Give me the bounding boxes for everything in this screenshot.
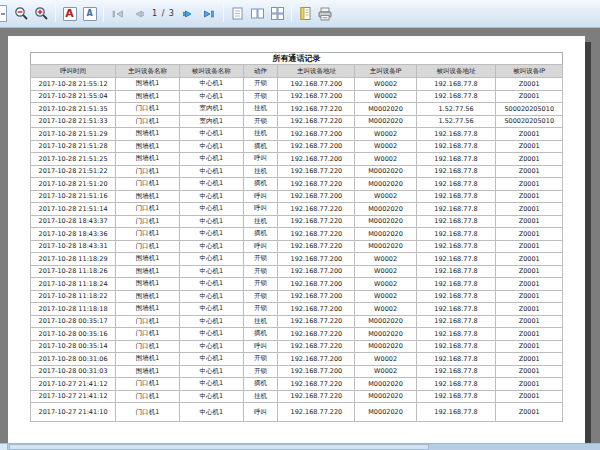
single-page-view-button[interactable] — [228, 4, 247, 23]
table-cell: 2017-10-28 21:51:35 — [31, 103, 116, 116]
table-cell: 192.168.77.200 — [278, 265, 355, 278]
report-title: 所有通话记录 — [30, 52, 563, 64]
table-row: 2017-10-28 21:51:35门口机1室内机1挂机192.168.77.… — [31, 103, 563, 116]
table-cell: 摘机 — [243, 178, 278, 191]
font-larger-button[interactable]: A — [60, 4, 79, 23]
table-cell: 1.52.77.56 — [416, 103, 496, 116]
zoom-in-icon — [34, 6, 49, 21]
zoom-in-button[interactable] — [32, 4, 51, 23]
table-cell: Z0001 — [496, 290, 563, 303]
print-button[interactable] — [316, 4, 335, 23]
report-page: 所有通话记录 呼叫时间主叫设备名称被叫设备名称动作主叫设备地址主叫设备IP被叫设… — [8, 36, 585, 443]
table-cell: 呼叫 — [243, 153, 278, 166]
scrollbar-thumb[interactable] — [9, 444, 429, 450]
table-cell: 开锁 — [243, 290, 278, 303]
table-cell: 中心机1 — [179, 340, 243, 353]
table-cell: 192.168.77.8 — [416, 228, 496, 241]
table-cell: M0002020 — [355, 178, 416, 191]
table-cell: 门口机1 — [116, 378, 180, 391]
table-cell: 192.168.77.8 — [416, 128, 496, 141]
table-cell: 2017-10-28 21:51:22 — [31, 165, 116, 178]
table-cell: 2017-10-28 00:35:16 — [31, 328, 116, 341]
table-cell: W0002 — [355, 153, 416, 166]
first-page-button[interactable] — [108, 4, 127, 23]
table-cell: 2017-10-28 21:51:25 — [31, 153, 116, 166]
scrollbar-left-button[interactable] — [0, 444, 8, 450]
table-cell: 192.168.77.200 — [278, 365, 355, 378]
table-cell: 192.168.77.220 — [278, 178, 355, 191]
table-cell: 192.168.77.200 — [278, 290, 355, 303]
table-row: 2017-10-28 11:18:18围墙机1中心机1开锁192.168.77.… — [31, 303, 563, 316]
table-cell: W0002 — [355, 365, 416, 378]
table-cell: 围墙机1 — [116, 265, 180, 278]
table-cell: 2017-10-28 00:35:17 — [31, 315, 116, 328]
table-cell: 围墙机1 — [116, 90, 180, 103]
two-page-view-icon — [250, 6, 265, 21]
table-cell: 摘机 — [243, 378, 278, 391]
font-smaller-button[interactable]: A — [80, 4, 99, 23]
table-cell: 中心机1 — [179, 303, 243, 316]
table-row: 2017-10-28 21:51:16围墙机1中心机1呼叫192.168.77.… — [31, 190, 563, 203]
table-cell: 192.168.77.200 — [278, 353, 355, 366]
table-cell: 192.168.77.8 — [416, 340, 496, 353]
table-cell: W0002 — [355, 265, 416, 278]
table-row: 2017-10-28 21:51:25围墙机1中心机1呼叫192.168.77.… — [31, 153, 563, 166]
table-cell: M0002020 — [355, 403, 416, 422]
table-row: 2017-10-28 11:18:22围墙机1中心机1开锁192.168.77.… — [31, 290, 563, 303]
page-setup-button[interactable] — [296, 4, 315, 23]
next-page-icon — [181, 6, 197, 22]
table-row: 2017-10-27 21:41:10门口机1中心机1呼叫192.168.77.… — [31, 403, 563, 422]
table-cell: 围墙机1 — [116, 353, 180, 366]
table-cell: 中心机1 — [179, 153, 243, 166]
table-cell: 摘机 — [243, 228, 278, 241]
table-cell: W0002 — [355, 303, 416, 316]
zoom-combo-partial[interactable] — [0, 5, 7, 22]
table-cell: 门口机1 — [116, 403, 180, 422]
table-cell: Z0001 — [496, 228, 563, 241]
zoom-out-icon — [14, 6, 29, 21]
table-cell: Z0001 — [496, 353, 563, 366]
last-page-button[interactable] — [200, 4, 219, 23]
column-header: 主叫设备地址 — [278, 65, 355, 78]
multi-page-view-button[interactable] — [268, 4, 287, 23]
two-page-view-button[interactable] — [248, 4, 267, 23]
table-cell: 192.168.77.8 — [416, 353, 496, 366]
font-larger-icon: A — [63, 7, 77, 21]
table-cell: 2017-10-28 11:18:26 — [31, 265, 116, 278]
table-cell: Z0001 — [496, 265, 563, 278]
table-cell: 门口机1 — [116, 115, 180, 128]
prev-page-button[interactable] — [128, 4, 147, 23]
table-cell: 呼叫 — [243, 190, 278, 203]
table-cell: 192.168.77.8 — [416, 153, 496, 166]
table-cell: 2017-10-28 00:31:06 — [31, 353, 116, 366]
page-setup-icon — [298, 6, 313, 21]
multi-page-view-icon — [270, 6, 285, 21]
table-cell: W0002 — [355, 128, 416, 141]
table-cell: 呼叫 — [243, 340, 278, 353]
table-cell: Z0001 — [496, 328, 563, 341]
table-cell: 192.168.77.8 — [416, 390, 496, 403]
table-cell: Z0001 — [496, 153, 563, 166]
font-smaller-icon: A — [83, 7, 97, 21]
table-cell: W0002 — [355, 353, 416, 366]
table-cell: 中心机1 — [179, 353, 243, 366]
table-cell: 1.52.77.56 — [416, 115, 496, 128]
table-cell: 2017-10-28 00:31:03 — [31, 365, 116, 378]
table-cell: 2017-10-28 18:43:37 — [31, 215, 116, 228]
last-page-icon — [201, 6, 217, 22]
table-row: 2017-10-28 18:43:31门口机1中心机1呼叫192.168.77.… — [31, 240, 563, 253]
horizontal-scrollbar[interactable] — [0, 443, 600, 450]
table-cell: 192.168.77.8 — [416, 365, 496, 378]
table-cell: 中心机1 — [179, 240, 243, 253]
table-cell: 192.168.77.8 — [416, 265, 496, 278]
table-cell: 门口机1 — [116, 215, 180, 228]
table-cell: 192.168.77.200 — [278, 78, 355, 91]
next-page-button[interactable] — [180, 4, 199, 23]
table-cell: 门口机1 — [116, 315, 180, 328]
table-cell: 192.168.77.200 — [278, 303, 355, 316]
table-cell: 门口机1 — [116, 228, 180, 241]
zoom-out-button[interactable] — [12, 4, 31, 23]
table-cell: 2017-10-28 00:35:14 — [31, 340, 116, 353]
table-cell: 192.168.77.220 — [278, 328, 355, 341]
table-row: 2017-10-28 21:55:04围墙机1中心机1开锁192.168.77.… — [31, 90, 563, 103]
